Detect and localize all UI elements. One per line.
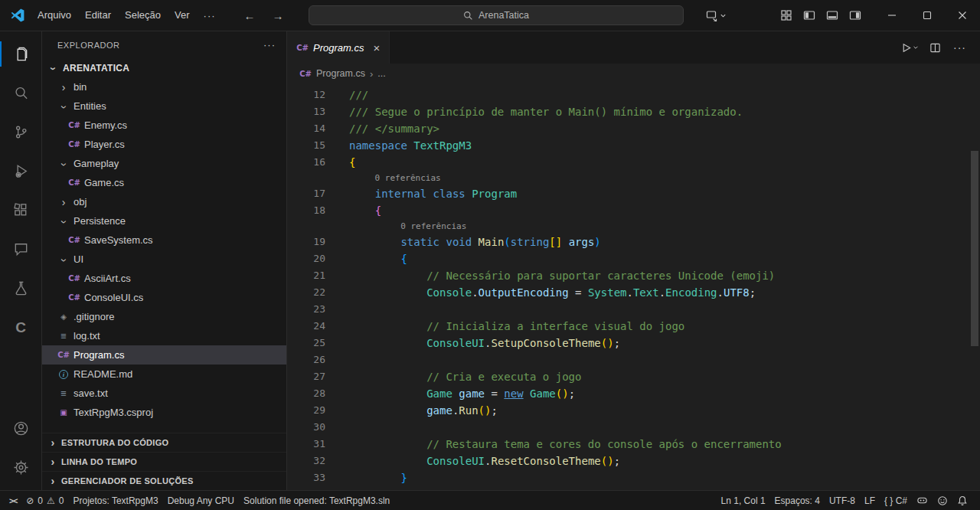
menu-more-button[interactable]: ···	[197, 10, 223, 21]
status-c[interactable]: { } C#	[880, 491, 912, 510]
status-espa-os-4[interactable]: Espaços: 4	[770, 491, 825, 510]
tree-item-bin[interactable]: ›bin	[42, 77, 286, 96]
tree-item-game-cs[interactable]: C#Game.cs	[42, 173, 286, 192]
line-number[interactable]: 28	[287, 385, 325, 402]
tree-item-savesystem-cs[interactable]: C#SaveSystem.cs	[42, 230, 286, 250]
status-debug-any-cpu[interactable]: Debug Any CPU	[163, 491, 239, 510]
tree-item-gameplay[interactable]: ›Gameplay	[42, 154, 286, 173]
remote-indicator[interactable]: ><	[5, 491, 21, 510]
status-projetos-textrpgm3[interactable]: Projetos: TextRpgM3	[68, 491, 162, 510]
testing-flask-icon[interactable]	[0, 269, 41, 308]
run-debug-icon[interactable]	[0, 152, 41, 191]
line-number[interactable]: 29	[287, 402, 325, 419]
line-number[interactable]: 23	[287, 301, 325, 318]
line-number[interactable]: 30	[287, 419, 325, 436]
tree-item-textrpgm3-csproj[interactable]: ▣TextRpgM3.csproj	[42, 403, 286, 422]
tree-item-ui[interactable]: ›UI	[42, 250, 286, 269]
tree-item-program-cs[interactable]: C#Program.cs	[42, 345, 286, 365]
tree-item-save-txt[interactable]: ≡save.txt	[42, 384, 286, 403]
extensions-icon[interactable]	[0, 191, 41, 230]
tree-item-persistence[interactable]: ›Persistence	[42, 211, 286, 230]
close-button[interactable]	[945, 0, 980, 31]
breadcrumb-file[interactable]: Program.cs	[316, 68, 365, 79]
line-number[interactable]: 27	[287, 368, 325, 385]
tree-item-consoleui-cs[interactable]: C#ConsoleUI.cs	[42, 288, 286, 307]
back-arrow-icon[interactable]: ←	[244, 9, 256, 22]
warnings-count: 0	[59, 495, 64, 506]
problems-indicator[interactable]: ⊘ 0 ⚠ 0	[21, 491, 68, 510]
toggle-primary-sidebar-icon[interactable]	[798, 0, 821, 31]
tree-item-readme-md[interactable]: iREADME.md	[42, 365, 286, 384]
editor-scrollbar[interactable]	[971, 151, 978, 346]
status-solution-file-opened-textrpgm3-sln[interactable]: Solution file opened: TextRpgM3.sln	[239, 491, 394, 510]
close-tab-icon[interactable]: ×	[373, 41, 380, 54]
line-number[interactable]: 33	[287, 469, 325, 486]
section-gerenciador-de-solu-es[interactable]: ›GERENCIADOR DE SOLUÇÕES	[42, 471, 286, 490]
menu-arquivo[interactable]: Arquivo	[31, 0, 78, 31]
tree-item-gitignore[interactable]: ◈.gitignore	[42, 307, 286, 326]
accounts-icon[interactable]	[0, 409, 41, 448]
run-button[interactable]	[896, 34, 923, 60]
status-lf[interactable]: LF	[860, 491, 880, 510]
maximize-button[interactable]	[910, 0, 945, 31]
settings-gear-icon[interactable]	[0, 448, 41, 487]
tree-item-arenatatica[interactable]: ›ARENATATICA	[42, 58, 286, 77]
explorer-header: EXPLORADOR ···	[42, 31, 286, 58]
line-number[interactable]: 32	[287, 453, 325, 469]
copilot-icon[interactable]	[912, 491, 933, 510]
chat-icon[interactable]	[0, 230, 41, 269]
tree-item-obj[interactable]: ›obj	[42, 192, 286, 211]
line-number[interactable]: 24	[287, 318, 325, 335]
line-number[interactable]: 22	[287, 284, 325, 301]
status-utf-8[interactable]: UTF-8	[825, 491, 860, 510]
line-number[interactable]: 12	[287, 87, 325, 103]
toggle-panel-icon[interactable]	[821, 0, 844, 31]
search-view-icon[interactable]	[0, 74, 41, 113]
line-number[interactable]: 18	[287, 202, 325, 219]
explorer-icon[interactable]	[0, 34, 41, 74]
tree-item-enemy-cs[interactable]: C#Enemy.cs	[42, 116, 286, 135]
codelens-references[interactable]: 0 referências	[377, 219, 466, 234]
forward-arrow-icon[interactable]: →	[273, 9, 284, 22]
csharp-devkit-icon[interactable]: C	[0, 308, 41, 347]
minimize-button[interactable]	[874, 0, 910, 31]
line-number[interactable]: 31	[287, 436, 325, 453]
codelens-references[interactable]: 0 referências	[351, 171, 441, 185]
line-number[interactable]: 16	[287, 154, 325, 171]
csharp-file-icon: C#	[68, 274, 80, 283]
menu-ver[interactable]: Ver	[168, 0, 197, 31]
section-estrutura-do-c-digo[interactable]: ›ESTRUTURA DO CÓDIGO	[42, 433, 286, 452]
menu-sele-o[interactable]: Seleção	[118, 0, 168, 31]
editor-grid-layout-icon[interactable]	[775, 0, 798, 31]
screencast-icon[interactable]	[701, 0, 732, 31]
line-number[interactable]: 14	[287, 120, 325, 137]
more-actions-icon[interactable]: ···	[947, 41, 972, 54]
source-control-icon[interactable]	[0, 113, 41, 152]
tree-item-player-cs[interactable]: C#Player.cs	[42, 135, 286, 154]
tree-item-log-txt[interactable]: ≡log.txt	[42, 326, 286, 345]
line-number[interactable]: 19	[287, 234, 325, 250]
section-linha-do-tempo[interactable]: ›LINHA DO TEMPO	[42, 452, 286, 471]
command-center-search[interactable]: ArenaTatica	[309, 5, 684, 25]
status-bar: >< ⊘ 0 ⚠ 0 Projetos: TextRpgM3Debug Any …	[0, 490, 980, 510]
breadcrumb-more[interactable]: ...	[377, 68, 385, 79]
bell-icon[interactable]	[952, 491, 972, 510]
menu-editar[interactable]: Editar	[78, 0, 118, 31]
line-number[interactable]: 17	[287, 185, 325, 202]
line-number[interactable]: 26	[287, 351, 325, 368]
explorer-more-actions-icon[interactable]: ···	[263, 39, 276, 51]
code-lines: 12///13/// Segue o princípio de manter o…	[287, 87, 980, 486]
line-number[interactable]: 25	[287, 335, 325, 351]
toggle-secondary-sidebar-icon[interactable]	[844, 0, 867, 31]
line-number[interactable]: 20	[287, 250, 325, 267]
line-number[interactable]: 15	[287, 137, 325, 154]
tree-item-asciiart-cs[interactable]: C#AsciiArt.cs	[42, 269, 286, 288]
line-number[interactable]: 21	[287, 267, 325, 284]
tab-program-cs[interactable]: C# Program.cs ×	[287, 31, 390, 64]
feedback-smiley-icon[interactable]	[933, 491, 952, 510]
code-editor[interactable]: 12///13/// Segue o princípio de manter o…	[287, 83, 980, 490]
tree-item-entities[interactable]: ›Entities	[42, 96, 286, 116]
line-number[interactable]: 13	[287, 103, 325, 120]
split-editor-icon[interactable]	[925, 34, 946, 60]
status-ln-1-col-1[interactable]: Ln 1, Col 1	[717, 491, 770, 510]
